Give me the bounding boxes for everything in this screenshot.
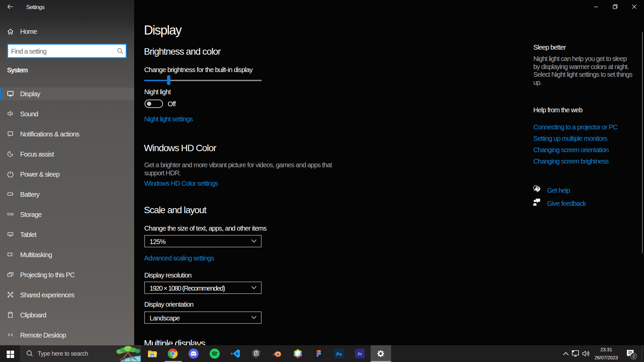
svg-text:2: 2 bbox=[632, 354, 635, 359]
svg-text:Ps: Ps bbox=[336, 352, 342, 357]
svg-text:Pr: Pr bbox=[358, 352, 362, 357]
